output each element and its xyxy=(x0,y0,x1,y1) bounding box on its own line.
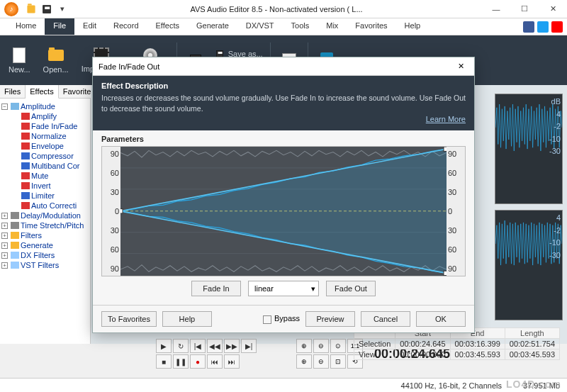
chevron-down-icon: ▾ xyxy=(311,284,315,293)
bypass-checkbox[interactable]: Bypass xyxy=(263,314,300,323)
dialog-title: Fade In/Fade Out xyxy=(99,62,159,71)
fade-dialog: Fade In/Fade Out ✕ Effect Description In… xyxy=(92,57,475,333)
learn-more-link[interactable]: Learn More xyxy=(101,115,466,123)
preview-button[interactable]: Preview xyxy=(305,311,355,327)
bypass-label: Bypass xyxy=(274,314,300,323)
svg-rect-13 xyxy=(444,271,447,276)
cancel-button[interactable]: Cancel xyxy=(361,311,410,327)
dialog-overlay: Fade In/Fade Out ✕ Effect Description In… xyxy=(0,0,567,392)
svg-rect-11 xyxy=(120,209,123,213)
dialog-close-button[interactable]: ✕ xyxy=(454,60,468,72)
to-favorites-button[interactable]: To Favorites xyxy=(101,311,157,327)
curve-select[interactable]: linear▾ xyxy=(248,281,319,296)
fade-in-button[interactable]: Fade In xyxy=(191,281,241,296)
help-button[interactable]: Help xyxy=(162,311,212,327)
y-axis-right: 9060300306090 xyxy=(447,147,465,276)
svg-rect-12 xyxy=(444,147,447,151)
curve-select-value: linear xyxy=(254,284,274,293)
ok-button[interactable]: OK xyxy=(416,311,466,327)
params-heading: Parameters xyxy=(101,135,466,143)
fade-chart[interactable]: 9060300306090 xyxy=(101,146,466,276)
y-axis-left: 9060300306090 xyxy=(102,147,120,276)
fade-out-button[interactable]: Fade Out xyxy=(326,281,376,296)
dialog-desc-heading: Effect Description xyxy=(101,82,466,90)
dialog-desc-text: Increases or decreases the sound volume … xyxy=(101,93,466,113)
